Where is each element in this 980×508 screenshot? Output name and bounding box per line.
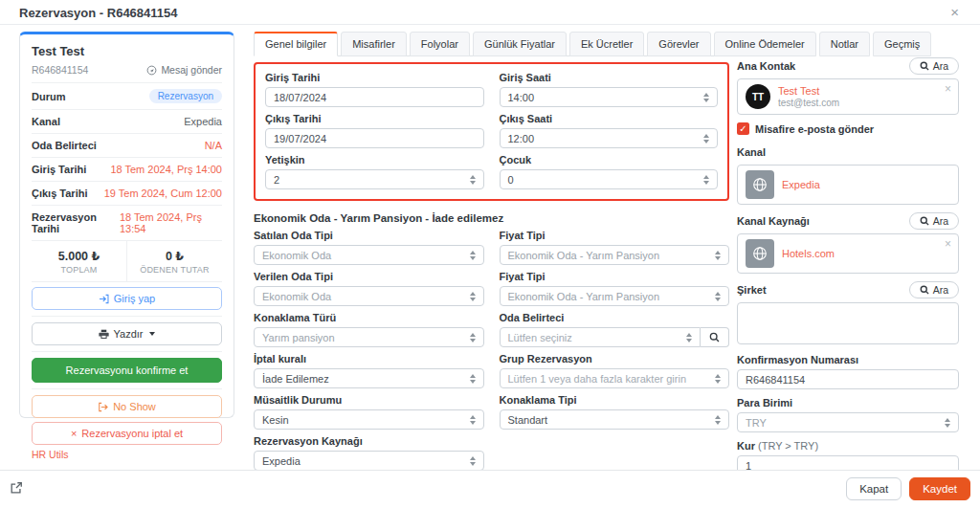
globe-icon (746, 170, 774, 199)
room-section-heading: Ekonomik Oda - Yarım Pansiyon - İade edi… (254, 212, 729, 224)
select-caret-icon (715, 374, 722, 384)
availability-status-select[interactable]: Kesin (254, 409, 484, 430)
contact-card[interactable]: TT Test Test test@test.com × (737, 78, 959, 115)
logout-icon (98, 402, 108, 412)
cancel-policy-select[interactable]: İade Edilemez (254, 368, 484, 388)
confirm-reservation-button[interactable]: Rezervasyonu konfirme et (32, 358, 222, 383)
select-caret-icon (945, 418, 951, 428)
tab-notlar[interactable]: Notlar (819, 32, 870, 56)
room-indicator-search-button[interactable] (701, 327, 729, 347)
close-icon[interactable]: × (950, 4, 959, 20)
print-button[interactable]: Yazdır (32, 322, 222, 345)
channel-name-link[interactable]: Expedia (782, 179, 820, 190)
select-caret-icon (470, 456, 477, 466)
company-search-button[interactable]: Ara (909, 281, 959, 298)
tab-gecmis[interactable]: Geçmiş (873, 32, 931, 56)
contact-name-link[interactable]: Test Test (778, 85, 839, 97)
adults-select[interactable]: 2 (265, 169, 484, 189)
status-badge: Rezervasyon (149, 89, 222, 103)
field-label: Giriş Tarihi (265, 72, 484, 83)
field-label: Oda Belirteci (500, 312, 730, 323)
reservation-summary-card: Test Test R646841154 Mesaj gönder Durum … (19, 32, 234, 418)
field-label: Çıkış Saati (500, 113, 719, 124)
given-price-type-select[interactable]: Ekonomik Oda - Yarım Pansiyon (500, 286, 730, 306)
confirmation-number-input[interactable] (737, 369, 959, 389)
exchange-rate-label: Kur (TRY > TRY) (737, 440, 959, 452)
children-select[interactable]: 0 (500, 169, 719, 189)
field-label: Satılan Oda Tipi (254, 230, 484, 241)
tab-ek-ucretler[interactable]: Ek Ücretler (569, 32, 644, 56)
checkout-time-select[interactable]: 12:00 (500, 128, 719, 148)
stay-dates-fieldset: Giriş Tarihi Giriş Saati 14:00 Çıkış Tar… (254, 62, 729, 201)
field-label: Müsaitlik Durumu (254, 394, 484, 406)
select-caret-icon (470, 175, 477, 185)
checkin-time-select[interactable]: 14:00 (500, 87, 719, 107)
close-button[interactable]: Kapat (846, 477, 902, 500)
given-room-type-select[interactable]: Ekonomik Oda (254, 286, 484, 306)
tab-online-odemeler[interactable]: Online Ödemeler (714, 32, 816, 56)
sold-room-type-select[interactable]: Ekonomik Oda (254, 245, 484, 265)
total-stat: 5.000 ₺ TOPLAM (32, 241, 127, 281)
checkin-date-input[interactable] (265, 87, 484, 107)
currency-select[interactable]: TRY (737, 412, 959, 432)
channel-row: Kanal Expedia (32, 110, 222, 134)
field-label: Rezervasyon Kaynağı (254, 435, 484, 447)
field-label: Konaklama Türü (254, 312, 484, 323)
tab-gunluk-fiyatlar[interactable]: Günlük Fiyatlar (473, 32, 567, 56)
select-caret-icon (715, 292, 722, 301)
channel-label: Kanal (737, 146, 766, 158)
reservation-date-row: Rezervasyon Tarihi 18 Tem 2024, Prş 13:5… (32, 206, 222, 241)
modal-footer: Kapat Kaydet (0, 470, 980, 508)
share-icon[interactable] (10, 481, 23, 498)
select-caret-icon (470, 292, 477, 301)
company-box[interactable] (737, 302, 959, 344)
room-indicator-select[interactable]: Lütfen seçiniz (500, 327, 702, 347)
cancel-reservation-button[interactable]: × Rezervasyonu iptal et (32, 422, 222, 445)
paid-stat: 0 ₺ ÖDENEN TUTAR (127, 241, 222, 281)
check-in-button[interactable]: Giriş yap (32, 287, 222, 310)
remove-channel-source-icon[interactable]: × (945, 237, 951, 251)
field-label: Konaklama Tipi (500, 394, 730, 406)
reservation-source-select[interactable]: Expedia (254, 451, 484, 471)
email-guest-label: Misafire e-posta gönder (755, 123, 874, 135)
tab-folyolar[interactable]: Folyolar (410, 32, 470, 56)
channel-source-search-button[interactable]: Ara (909, 212, 959, 230)
contact-search-button[interactable]: Ara (909, 57, 959, 75)
send-message-link[interactable]: Mesaj gönder (146, 64, 222, 76)
select-caret-icon (715, 251, 722, 260)
globe-icon (746, 239, 774, 268)
stay-type-select[interactable]: Standart (500, 409, 730, 430)
channel-card[interactable]: Expedia (737, 165, 959, 205)
field-label: Çıkış Tarihi (265, 113, 484, 124)
email-guest-checkbox-row: ✓ Misafire e-posta gönder (737, 122, 959, 135)
search-icon (920, 216, 929, 226)
group-reservation-select[interactable]: Lütfen 1 veya daha fazla karakter girin (500, 368, 730, 388)
totals: 5.000 ₺ TOPLAM 0 ₺ ÖDENEN TUTAR (32, 241, 222, 282)
tab-genel-bilgiler[interactable]: Genel bilgiler (254, 32, 338, 56)
tab-misafirler[interactable]: Misafirler (341, 32, 407, 56)
channel-source-card[interactable]: Hotels.com × (737, 233, 959, 274)
sold-price-type-select[interactable]: Ekonomik Oda - Yarım Pansiyon (500, 245, 730, 265)
currency-label: Para Birimi (737, 397, 959, 409)
field-label: İptal kuralı (254, 353, 484, 364)
field-label: Çocuk (500, 154, 719, 166)
select-caret-icon (715, 415, 722, 425)
field-label: Fiyat Tipi (500, 230, 730, 241)
select-caret-icon (703, 93, 710, 102)
remove-contact-icon[interactable]: × (945, 82, 951, 96)
board-type-select[interactable]: Yarım pansiyon (254, 327, 484, 347)
no-show-button[interactable]: No Show (32, 395, 222, 418)
hr-utils-link[interactable]: HR Utils (32, 449, 222, 460)
email-guest-checkbox[interactable]: ✓ (737, 122, 749, 135)
guest-name: Test Test (32, 42, 222, 64)
channel-source-name-link[interactable]: Hotels.com (782, 248, 835, 259)
printer-icon (99, 329, 109, 340)
contact-panel: Ana Kontak Ara TT Test Test test@test.co… (737, 57, 959, 483)
tab-gorevler[interactable]: Görevler (647, 32, 710, 56)
x-icon: × (71, 428, 77, 439)
checkout-date-input[interactable] (265, 128, 484, 148)
channel-source-label: Kanal Kaynağı (737, 215, 810, 227)
save-button[interactable]: Kaydet (909, 477, 970, 500)
field-label: Verilen Oda Tipi (254, 271, 484, 282)
search-icon (920, 61, 929, 71)
